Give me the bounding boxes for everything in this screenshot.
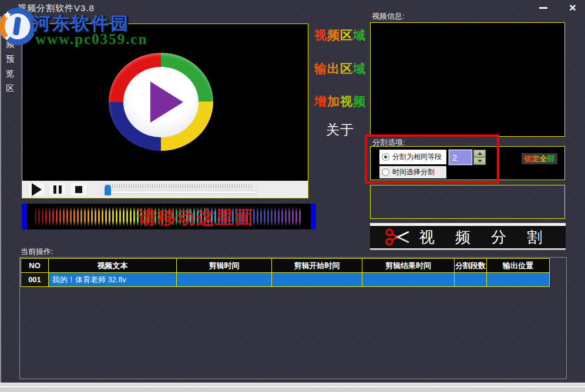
play-logo-triangle-icon	[150, 82, 183, 123]
segment-count-spinner: 2	[449, 150, 486, 165]
play-button[interactable]	[28, 182, 45, 197]
cell-clip-start-time[interactable]	[272, 273, 362, 287]
col-header-segment-count: 分割段数	[455, 259, 487, 273]
split-options-box: 分割为相同等段 2 时间选择分割 锁定全部	[370, 146, 565, 180]
col-header-output-path: 输出位置	[487, 259, 550, 273]
close-icon: ✕	[569, 2, 576, 13]
table-row[interactable]: 001 我的！体育老师 32.flv	[21, 273, 550, 287]
split-button-label: 视 频 分 割	[419, 227, 551, 248]
stop-button[interactable]	[70, 182, 88, 197]
video-player-panel	[22, 23, 308, 198]
window-left-border	[0, 16, 1, 383]
scissors-icon	[385, 227, 411, 247]
table-header-row: NO 视频文本 剪辑时间 剪辑开始时间 剪辑结果时间 分割段数 输出位置	[21, 259, 550, 273]
radio-selected-icon[interactable]	[382, 153, 389, 161]
video-info-box	[370, 22, 565, 137]
audio-waveform-strip[interactable]: 请移动这里面	[22, 204, 316, 229]
operations-table: NO 视频文本 剪辑时间 剪辑开始时间 剪辑结果时间 分割段数 输出位置 001…	[21, 258, 550, 287]
time-select-panel	[370, 185, 565, 219]
radio-unselected-icon[interactable]	[382, 168, 389, 176]
close-button[interactable]: ✕	[565, 1, 580, 14]
col-header-video-text: 视频文本	[49, 259, 177, 273]
split-button-bottom-edge	[370, 248, 566, 250]
window-bottom-grip	[0, 383, 585, 392]
lock-all-button[interactable]: 锁定全部	[522, 153, 557, 164]
segment-count-input[interactable]: 2	[449, 150, 472, 165]
waveform-right-cap	[311, 204, 316, 229]
radio-equal-segments-label: 分割为相同等段	[392, 152, 442, 162]
col-header-clip-start-time: 剪辑开始时间	[272, 259, 362, 273]
col-header-clip-time: 剪辑时间	[177, 259, 272, 273]
arrow-up-icon	[478, 152, 482, 155]
label-video-area: 视频区域	[310, 27, 370, 43]
arrow-down-icon	[478, 160, 482, 163]
spinner-down-button[interactable]	[473, 157, 486, 165]
cell-output-path[interactable]	[487, 273, 550, 287]
cell-video-text[interactable]: 我的！体育老师 32.flv	[49, 273, 177, 287]
seek-slider-ticks	[105, 184, 253, 188]
operations-table-container: NO 视频文本 剪辑时间 剪辑开始时间 剪辑结果时间 分割段数 输出位置 001…	[19, 257, 567, 379]
player-controls-bar	[22, 181, 308, 198]
add-video-button[interactable]: 增加视频	[310, 93, 370, 110]
cell-clip-result-time[interactable]	[362, 273, 455, 287]
cell-no[interactable]: 001	[21, 273, 49, 287]
col-header-clip-result-time: 剪辑结果时间	[362, 259, 455, 273]
cell-segment-count[interactable]	[455, 273, 487, 287]
media-player-logo-inner	[123, 67, 199, 137]
radio-time-select[interactable]: 时间选择分割	[379, 166, 446, 178]
radio-equal-segments[interactable]: 分割为相同等段	[379, 150, 446, 164]
video-split-button[interactable]: 视 频 分 割	[370, 223, 566, 250]
pause-icon	[53, 185, 62, 194]
col-header-no: NO	[21, 259, 49, 273]
spinner-buttons	[473, 150, 486, 165]
current-operation-label: 当前操作:	[21, 246, 53, 257]
radio-time-select-label: 时间选择分割	[392, 167, 435, 177]
hedong-logo-icon	[0, 8, 34, 48]
about-button[interactable]: 关于	[310, 121, 370, 139]
seek-slider-thumb[interactable]	[105, 185, 111, 195]
waveform-overlay-text: 请移动这里面	[138, 205, 254, 230]
video-info-label: 视频信息:	[372, 11, 405, 22]
pause-button[interactable]	[49, 182, 66, 197]
seek-slider[interactable]	[99, 182, 259, 197]
minimize-button[interactable]	[536, 1, 551, 14]
cell-clip-time[interactable]	[177, 273, 272, 287]
waveform-left-cap	[22, 204, 27, 229]
seek-slider-track[interactable]	[102, 191, 256, 194]
media-player-logo-icon	[109, 53, 213, 151]
watermark-site-url: www.pc0359.cn	[35, 31, 147, 48]
minimize-icon	[539, 7, 547, 9]
label-output-area: 输出区域	[310, 60, 370, 77]
video-screen[interactable]	[22, 24, 308, 181]
stop-icon	[75, 186, 82, 193]
play-icon	[32, 183, 42, 196]
spinner-up-button[interactable]	[473, 150, 486, 157]
